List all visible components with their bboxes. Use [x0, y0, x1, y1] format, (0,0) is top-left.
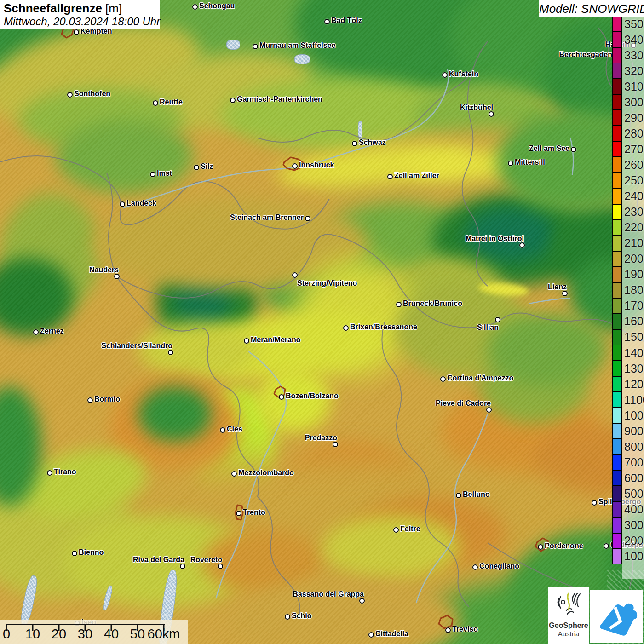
colorbar-swatch [612, 220, 622, 236]
colorbar-entry: 2600 [612, 157, 644, 172]
city-name: Zell am Ziller [394, 172, 439, 180]
colorbar-entry: 600 [612, 470, 644, 486]
city-dot-icon [47, 470, 52, 476]
colorbar-entry: 100 [612, 549, 644, 564]
colorbar-value: 1700 [624, 300, 644, 311]
colorbar-value: 1800 [624, 284, 644, 296]
colorbar-entry: 1200 [612, 376, 644, 392]
city-dot-icon [486, 407, 492, 413]
colorbar-swatch [612, 172, 622, 188]
scale-tick-label: 40 [104, 627, 119, 642]
colorbar-entry: 1500 [612, 329, 644, 345]
colorbar-swatch [612, 376, 622, 392]
geosphere-logo: GeoSphere Austria [548, 587, 589, 644]
colorbar-entry: 400 [612, 501, 644, 517]
colorbar-swatch [612, 549, 622, 564]
city-name: Zernez [40, 327, 64, 335]
colorbar-value: 2800 [624, 128, 644, 139]
partner-logo [590, 590, 643, 643]
city-name: Conegliano [479, 562, 519, 570]
city-dot-icon [180, 564, 185, 569]
city-dot-icon [440, 376, 446, 382]
colorbar-swatch [612, 79, 622, 94]
city-dot-icon [67, 92, 73, 98]
colorbar-entry: 2000 [612, 251, 644, 267]
city-name: Nauders [89, 266, 119, 274]
colorbar-value: 1500 [624, 331, 644, 343]
city-name: Lienz [548, 283, 567, 291]
scale-tick-label: 30 [78, 627, 92, 642]
city-name: Meran/Merano [251, 336, 300, 344]
colorbar-swatch [612, 454, 622, 470]
city-dot-icon [571, 147, 576, 152]
city-name: Cles [227, 425, 242, 433]
colorbar-value: 3300 [624, 50, 644, 61]
colorbar-value: 2100 [624, 237, 644, 249]
colorbar-entry: 700 [612, 454, 644, 470]
scale-bar: 0 10 20 30 40 [0, 620, 188, 644]
colorbar-value: 3100 [624, 81, 644, 92]
colorbar-value: 2000 [624, 253, 644, 264]
city-name: Rovereto [190, 556, 222, 564]
colorbar-swatch [612, 157, 622, 172]
city-name: Tirano [54, 468, 76, 476]
city-dot-icon [153, 100, 158, 106]
city-name: Cortina d'Ampezzo [447, 374, 513, 382]
colorbar-value: 3200 [624, 65, 644, 77]
colorbar-value: 3000 [624, 97, 644, 108]
colorbar-legend: 3500 3400 3300 3200 3100 [612, 16, 644, 564]
city-dot-icon [508, 161, 513, 166]
city-name: Bassano del Grappa [293, 590, 364, 598]
colorbar-entry: 1600 [612, 314, 644, 329]
colorbar-entry: 1700 [612, 298, 644, 314]
city-dot-icon [495, 317, 500, 322]
map-title: Schneefallgrenze [m] [4, 1, 156, 15]
city-dot-icon [305, 216, 310, 221]
city-name: Riva del Garda [133, 556, 184, 564]
weather-map-screenshot: Schongau Bad Tölz Kempten Murnau am Staf… [0, 0, 644, 644]
city-dot-icon [604, 543, 609, 549]
city-name: Pieve di Cadore [436, 399, 491, 408]
colorbar-swatch [612, 470, 622, 486]
city-dot-icon [230, 98, 236, 103]
city-name: Imst [157, 169, 172, 178]
colorbar-swatch [612, 126, 622, 141]
city-dot-icon [253, 44, 258, 49]
colorbar-entry: 3500 [612, 16, 644, 32]
colorbar-entry: 2800 [612, 126, 644, 141]
city-dot-icon [592, 500, 597, 506]
colorbar-value: 600 [624, 472, 644, 484]
city-name: Mittersill [515, 158, 545, 167]
colorbar-swatch [612, 314, 622, 329]
city-name: Bruneck/Brunico [403, 299, 462, 308]
city-dot-icon [519, 242, 525, 248]
title-box: Schneefallgrenze [m] Mittwoch, 20.03.202… [0, 0, 160, 29]
colorbar-entry: 2500 [612, 172, 644, 188]
colorbar-swatch [612, 423, 622, 439]
city-name: Pordenone [545, 542, 583, 550]
city-dot-icon [218, 564, 223, 569]
colorbar-value: 2400 [624, 190, 644, 202]
colorbar-swatch [612, 486, 622, 501]
city-dot-icon [244, 338, 249, 344]
city-dot-icon [393, 527, 399, 533]
mountain-logo-icon [595, 595, 639, 639]
city-dot-icon [33, 329, 39, 335]
city-dot-icon [292, 272, 298, 278]
city-dot-icon [562, 291, 568, 296]
colorbar-swatch [612, 189, 622, 204]
colorbar-entry: 2700 [612, 141, 644, 157]
colorbar-entry: 3300 [612, 47, 644, 63]
city-dot-icon [442, 72, 448, 78]
geosphere-logo-country: Austria [548, 630, 589, 638]
city-name: Kufstein [449, 70, 478, 78]
colorbar-entry: 1800 [612, 282, 644, 298]
colorbar-entry: 800 [612, 439, 644, 454]
city-name: Bad Tölz [331, 17, 362, 25]
colorbar-swatch [612, 533, 622, 549]
colorbar-value: 1900 [624, 269, 644, 280]
city-name: Silz [201, 162, 213, 171]
colorbar-entry: 1900 [612, 267, 644, 282]
colorbar-entry: 3200 [612, 63, 644, 79]
city-dot-icon [368, 632, 374, 638]
